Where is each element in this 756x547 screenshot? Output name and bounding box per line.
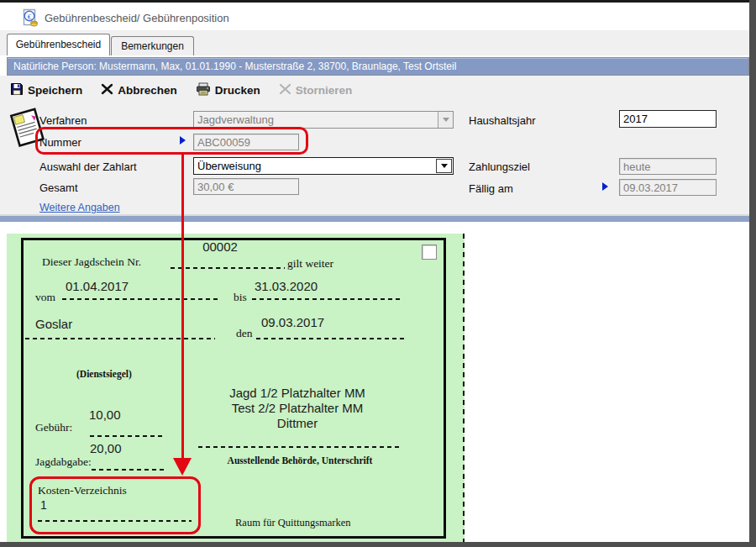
dotted-line [62, 298, 218, 300]
den-label: den [236, 327, 253, 340]
zahlart-combobox[interactable]: Überweisung [193, 157, 454, 175]
gebuehr-label: Gebühr: [35, 421, 72, 434]
license-line1-label: Dieser Jagdschein Nr. [42, 255, 141, 269]
ort-value: Goslar [35, 317, 72, 331]
dotted-line [90, 435, 164, 437]
person-info-bar: Natürliche Person: Mustermann, Max, 01.0… [7, 57, 749, 76]
save-button[interactable]: Speichern [10, 82, 82, 98]
svg-text:€: € [28, 13, 32, 21]
behoerde-line2: Test 2/2 Platzhalter MM [208, 401, 386, 416]
zahlart-value: Überweisung [194, 158, 435, 174]
bis-label: bis [234, 291, 247, 304]
save-icon [10, 82, 24, 98]
dotted-line [25, 338, 215, 339]
cancel-x-icon [101, 83, 113, 97]
window-title: Gebührenbescheid/ Gebührenposition [45, 12, 229, 24]
license-number-value: 00002 [186, 239, 254, 254]
faellig-arrow-marker [602, 182, 608, 191]
tab-gebuehrenbescheid[interactable]: Gebührenbescheid [7, 34, 110, 55]
storno-x-icon [279, 83, 291, 97]
tab-strip: Gebührenbescheid Bemerkungen [0, 30, 749, 55]
printer-icon [196, 82, 211, 98]
page-edge-dashes [463, 234, 465, 542]
tab-bemerkungen[interactable]: Bemerkungen [111, 36, 194, 55]
gesamt-input[interactable] [193, 178, 299, 195]
dotted-line [252, 298, 403, 300]
vom-value: 01.04.2017 [66, 279, 129, 293]
window-title-bar: € Gebührenbescheid/ Gebührenposition [0, 3, 749, 30]
annotation-nummer-highlight [35, 127, 308, 155]
print-button[interactable]: Drucken [196, 82, 260, 98]
quittungsmarken-caption: Raum für Quittungsmarken [235, 517, 350, 529]
annotation-arrow-line [181, 155, 184, 459]
save-label: Speichern [28, 84, 82, 97]
verfahren-label: Verfahren [39, 114, 87, 127]
toolbar: Speichern Abbrechen [10, 82, 352, 98]
verfahren-combobox[interactable]: Jagdverwaltung [193, 111, 454, 129]
dotted-line [256, 338, 404, 339]
window-border-top [0, 0, 756, 3]
haushaltsjahr-label: Haushaltsjahr [469, 114, 536, 127]
window-border-right [749, 0, 756, 547]
print-label: Drucken [215, 84, 260, 97]
bis-value: 31.03.2020 [255, 279, 318, 293]
storno-label: Stornieren [296, 84, 353, 97]
verfahren-value: Jagdverwaltung [194, 112, 438, 128]
window-border-bottom [0, 542, 756, 547]
dotted-line [171, 267, 285, 269]
dienstsiegel-label: (Dienstsiegel) [76, 369, 132, 379]
zahlart-label: Auswahl der Zahlart [39, 160, 137, 173]
faellig-am-label: Fällig am [469, 182, 513, 195]
zahlart-dropdown-button[interactable] [436, 159, 452, 173]
application-window: € Gebührenbescheid/ Gebührenposition Geb… [0, 0, 756, 547]
den-value: 09.03.2017 [261, 315, 324, 329]
chevron-down-icon [443, 118, 449, 122]
chevron-down-icon [441, 164, 448, 168]
behoerde-line1: Jagd 1/2 Platzhalter MM [208, 386, 386, 401]
annotation-kosten-highlight [29, 476, 201, 534]
jagdabgabe-label: Jagdabgabe: [35, 455, 92, 469]
gebuehr-value: 10,00 [89, 408, 121, 422]
haushaltsjahr-input[interactable] [619, 110, 717, 128]
weitere-angaben-link[interactable]: Weitere Angaben [39, 202, 120, 213]
verfahren-dropdown-button[interactable] [438, 112, 453, 128]
annotation-arrow-head [173, 458, 192, 476]
panel-separator [0, 214, 749, 222]
euro-document-icon: € [23, 8, 39, 30]
gesamt-label: Gesamt [39, 181, 78, 194]
behoerde-block: Jagd 1/2 Platzhalter MM Test 2/2 Platzha… [208, 386, 386, 431]
gilt-weiter-checkbox [422, 245, 437, 260]
dotted-line [198, 446, 402, 448]
cancel-button[interactable]: Abbrechen [101, 83, 177, 97]
cancel-label: Abbrechen [118, 84, 177, 97]
zahlungsziel-label: Zahlungsziel [469, 160, 530, 173]
vom-label: vom [35, 291, 55, 304]
jagdabgabe-value: 20,00 [90, 441, 122, 455]
zahlungsziel-input[interactable] [619, 158, 717, 175]
behoerde-caption: Ausstellende Behörde, Unterschrift [198, 455, 402, 465]
dotted-line [92, 469, 165, 471]
behoerde-line3: Dittmer [208, 416, 386, 431]
storno-button[interactable]: Stornieren [279, 83, 353, 97]
faellig-am-input[interactable] [619, 179, 717, 196]
gilt-weiter-label: gilt weiter [287, 257, 333, 271]
